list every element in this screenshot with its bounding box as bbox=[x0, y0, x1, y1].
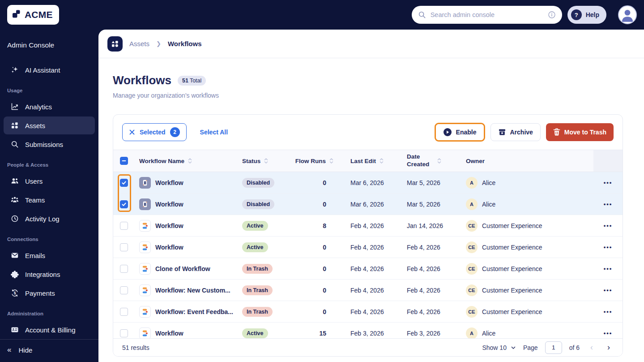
workflow-name-cell: Workflow: Event Feedba... bbox=[135, 301, 238, 322]
page-number-input[interactable] bbox=[545, 341, 562, 354]
sort-icon[interactable] bbox=[380, 157, 384, 164]
previous-page-button[interactable]: ‹ bbox=[587, 343, 597, 352]
breadcrumb-assets-link[interactable]: Assets bbox=[129, 40, 149, 47]
row-checkbox[interactable] bbox=[120, 265, 128, 273]
move-to-trash-button[interactable]: Move to Trash bbox=[546, 123, 614, 141]
archive-button[interactable]: Archive bbox=[490, 123, 541, 141]
sidebar-item-users[interactable]: Users bbox=[4, 172, 95, 190]
page-label: Page bbox=[523, 344, 538, 351]
clear-selection-icon[interactable] bbox=[129, 129, 135, 135]
sidebar-item-analytics[interactable]: Analytics bbox=[4, 98, 95, 116]
last-edit-cell: Feb 4, 2026 bbox=[340, 215, 403, 236]
owner-avatar: CE bbox=[466, 306, 478, 318]
payments-icon: $ bbox=[11, 289, 19, 297]
search-input[interactable] bbox=[431, 11, 543, 18]
table-row[interactable]: Workflow Active 0 Feb 4, 2026 Feb 4, 202… bbox=[113, 237, 623, 258]
column-header-last-edit[interactable]: Last Edit bbox=[340, 150, 403, 172]
workflow-name-cell: Workflow bbox=[135, 237, 238, 258]
page-size-select[interactable]: Show 10 bbox=[482, 344, 516, 351]
table-row[interactable]: Workflow: Event Feedba... In Trash 0 Feb… bbox=[113, 301, 623, 323]
sidebar-item-label: Account & Billing bbox=[25, 326, 76, 334]
sort-icon[interactable] bbox=[437, 157, 441, 164]
column-header-date-created[interactable]: Date Created bbox=[403, 150, 466, 172]
row-checkbox[interactable] bbox=[120, 286, 128, 294]
enable-button[interactable]: Enable bbox=[436, 124, 484, 140]
user-avatar[interactable] bbox=[618, 5, 637, 24]
column-header-name[interactable]: Workflow Name bbox=[135, 150, 238, 172]
row-actions-menu[interactable]: ••• bbox=[604, 222, 613, 229]
sort-icon[interactable] bbox=[188, 157, 192, 164]
select-all-checkbox[interactable] bbox=[120, 157, 128, 165]
table-row[interactable]: Workflow: New Custom... In Trash 0 Feb 4… bbox=[113, 280, 623, 301]
row-actions-menu[interactable]: ••• bbox=[604, 287, 613, 293]
sidebar-item-integrations[interactable]: Integrations bbox=[4, 265, 95, 283]
table-row[interactable]: Workflow Active 8 Feb 4, 2026 Jan 14, 20… bbox=[113, 215, 623, 237]
owner-avatar: CE bbox=[466, 284, 478, 296]
row-actions-menu[interactable]: ••• bbox=[604, 201, 613, 207]
column-label: Date Created bbox=[407, 153, 434, 168]
sidebar-item-submissions[interactable]: Submissions bbox=[4, 135, 95, 153]
status-badge: In Trash bbox=[242, 285, 273, 295]
selected-filter-chip[interactable]: Selected 2 bbox=[122, 123, 187, 141]
main-panel: Assets ❯ Workflows Workflows 51Total Man… bbox=[98, 30, 644, 362]
date-created-cell: Mar 5, 2026 bbox=[403, 172, 466, 193]
sidebar-section-connections: Connections bbox=[7, 237, 91, 242]
sort-icon[interactable] bbox=[329, 157, 333, 164]
next-page-button[interactable]: › bbox=[604, 343, 614, 352]
row-actions-menu[interactable]: ••• bbox=[604, 179, 613, 186]
row-checkbox-cell bbox=[113, 215, 135, 236]
owner-name: Customer Experience bbox=[482, 287, 542, 294]
row-checkbox[interactable] bbox=[120, 329, 128, 337]
date-created-cell: Mar 5, 2026 bbox=[403, 194, 466, 215]
mail-icon bbox=[11, 251, 19, 259]
sidebar-item-payments[interactable]: $ Payments bbox=[4, 284, 95, 302]
workflow-paused-icon bbox=[139, 198, 151, 210]
table-row[interactable]: Workflow Disabled 0 Mar 6, 2026 Mar 5, 2… bbox=[113, 194, 623, 215]
row-checkbox[interactable] bbox=[120, 179, 128, 187]
workflow-active-icon bbox=[139, 328, 151, 339]
table-row[interactable]: Workflow Disabled 0 Mar 6, 2026 Mar 5, 2… bbox=[113, 172, 623, 194]
sidebar: Admin Console AI Assistant Usage Analyti… bbox=[0, 30, 98, 362]
sort-icon[interactable] bbox=[264, 157, 268, 164]
date-created-cell: Feb 4, 2026 bbox=[403, 258, 466, 279]
row-actions-menu[interactable]: ••• bbox=[604, 244, 613, 250]
archive-label: Archive bbox=[510, 129, 533, 136]
page-title: Workflows bbox=[113, 73, 171, 87]
column-header-status[interactable]: Status bbox=[238, 150, 291, 172]
select-all-checkbox-cell bbox=[113, 150, 135, 172]
sidebar-item-activity-log[interactable]: Activity Log bbox=[4, 210, 95, 228]
row-checkbox[interactable] bbox=[120, 200, 128, 208]
row-actions-menu[interactable]: ••• bbox=[604, 265, 613, 272]
table-row[interactable]: Clone of Workflow In Trash 0 Feb 4, 2026… bbox=[113, 258, 623, 280]
owner-avatar: CE bbox=[466, 263, 478, 275]
workflow-name: Workflow bbox=[155, 179, 183, 186]
row-actions-menu[interactable]: ••• bbox=[604, 330, 613, 336]
row-actions-menu[interactable]: ••• bbox=[604, 308, 613, 315]
sidebar-hide-button[interactable]: « Hide bbox=[0, 339, 98, 362]
sparkles-icon bbox=[11, 66, 19, 74]
shapes-icon bbox=[11, 121, 19, 129]
acme-logo[interactable]: ACME bbox=[7, 5, 59, 25]
topbar: ACME ? Help bbox=[0, 0, 644, 30]
sidebar-item-label: Payments bbox=[25, 289, 55, 297]
column-header-flow-runs[interactable]: Flow Runs bbox=[291, 150, 340, 172]
row-checkbox-cell bbox=[113, 258, 135, 279]
sidebar-item-emails[interactable]: Emails bbox=[4, 246, 95, 264]
sidebar-item-assets[interactable]: Assets bbox=[4, 116, 95, 134]
date-created-cell: Feb 4, 2026 bbox=[403, 237, 466, 258]
row-checkbox[interactable] bbox=[120, 222, 128, 230]
sidebar-item-label: Activity Log bbox=[25, 215, 60, 223]
help-button[interactable]: ? Help bbox=[567, 6, 606, 24]
sidebar-item-label: Users bbox=[25, 177, 43, 185]
row-checkbox[interactable] bbox=[120, 243, 128, 251]
flow-runs-cell: 0 bbox=[291, 172, 340, 193]
table-toolbar: Selected 2 Select All Enable Archive bbox=[113, 115, 623, 150]
sidebar-item-account-billing[interactable]: Account & Billing bbox=[4, 321, 95, 339]
flow-runs-cell: 0 bbox=[291, 194, 340, 215]
row-checkbox[interactable] bbox=[120, 308, 128, 316]
sidebar-item-ai-assistant[interactable]: AI Assistant bbox=[4, 61, 95, 79]
sidebar-item-label: Assets bbox=[25, 122, 45, 129]
sidebar-item-teams[interactable]: Teams bbox=[4, 191, 95, 209]
select-all-button[interactable]: Select All bbox=[200, 129, 228, 136]
info-icon[interactable] bbox=[548, 11, 556, 19]
